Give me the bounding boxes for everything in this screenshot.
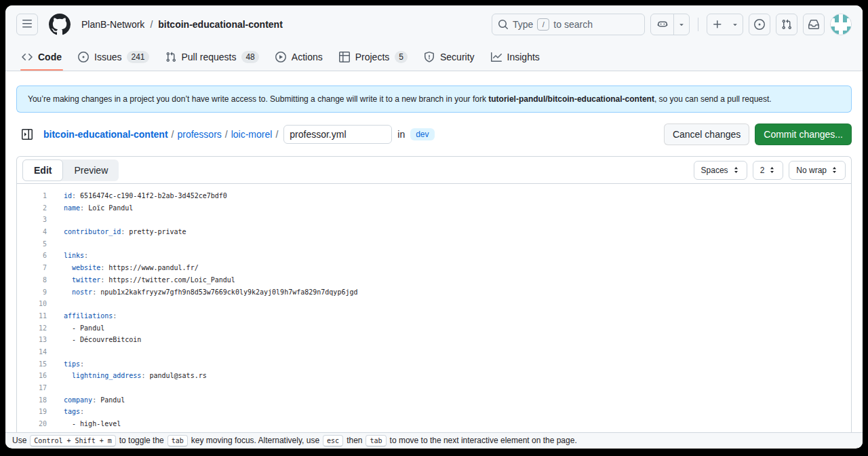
github-page: PlanB-Network / bitcoin-educational-cont… bbox=[5, 5, 863, 449]
indent-mode-value: Spaces bbox=[701, 166, 728, 175]
breadcrumb-loic-morel-link[interactable]: loic-morel bbox=[231, 129, 273, 140]
code-icon bbox=[22, 52, 33, 62]
fork-name: tutoriel-pandul/bitcoin-educational-cont… bbox=[488, 94, 654, 104]
code-line[interactable]: 2name: Loïc Pandul bbox=[17, 202, 851, 214]
file-header-row: bitcoin-educational-content / professors… bbox=[16, 124, 852, 145]
issue-opened-icon bbox=[78, 52, 89, 62]
copilot-icon bbox=[657, 19, 668, 30]
status-text: to toggle the bbox=[119, 436, 164, 445]
code-line[interactable]: 14 bbox=[17, 346, 851, 358]
avatar[interactable] bbox=[830, 14, 852, 35]
accessibility-statusbar: Use Control + Shift + m to toggle the ta… bbox=[5, 432, 863, 448]
inbox-button[interactable] bbox=[803, 14, 825, 35]
tab-security[interactable]: Security bbox=[418, 43, 480, 71]
hamburger-menu-button[interactable] bbox=[16, 14, 38, 35]
your-issues-button[interactable] bbox=[749, 14, 770, 35]
tab-label: Projects bbox=[355, 52, 390, 62]
tab-insights[interactable]: Insights bbox=[486, 43, 545, 71]
git-pull-request-icon bbox=[165, 52, 176, 62]
banner-text-post: , so you can send a pull request. bbox=[654, 94, 772, 104]
code-line[interactable]: 15tips: bbox=[17, 358, 851, 370]
tab-actions[interactable]: Actions bbox=[270, 43, 328, 71]
code-line[interactable]: 5 bbox=[17, 238, 851, 250]
editor-toolbar: Edit Preview Spaces 2 No wrap bbox=[17, 157, 851, 184]
code-line[interactable]: 6links: bbox=[17, 250, 851, 262]
line-number: 6 bbox=[17, 250, 47, 262]
copilot-button[interactable] bbox=[651, 14, 674, 35]
sidebar-toggle-button[interactable] bbox=[16, 124, 38, 145]
create-new-dropdown-button[interactable] bbox=[728, 14, 743, 35]
line-number: 10 bbox=[17, 298, 47, 310]
code-line[interactable]: 18company: Pandul bbox=[17, 394, 851, 406]
tab-edit[interactable]: Edit bbox=[22, 159, 63, 181]
up-down-arrows-icon bbox=[831, 166, 838, 174]
code-line[interactable]: 20 - high-level bbox=[17, 418, 851, 430]
code-line[interactable]: 19tags: bbox=[17, 406, 851, 418]
repo-link[interactable]: bitcoin-educational-content bbox=[158, 19, 283, 30]
search-placeholder-pre: Type bbox=[513, 19, 533, 30]
code-line[interactable]: 17 bbox=[17, 382, 851, 394]
line-number: 18 bbox=[17, 394, 47, 406]
tab-code[interactable]: Code bbox=[16, 43, 67, 71]
breadcrumb-separator: / bbox=[225, 129, 228, 140]
code-line[interactable]: 13 - DécouvreBitcoin bbox=[17, 334, 851, 346]
file-editor: Edit Preview Spaces 2 No wrap 1id: 65164… bbox=[16, 156, 852, 436]
repo-nav-tabs: Code Issues 241 Pull requests 48 Actions… bbox=[5, 43, 863, 71]
code-line[interactable]: 10 bbox=[17, 298, 851, 310]
kbd-tab: tab bbox=[167, 435, 188, 446]
sidebar-panel-icon bbox=[22, 129, 33, 140]
indent-size-select[interactable]: 2 bbox=[753, 161, 784, 180]
code-line[interactable]: 4contributor_id: pretty-private bbox=[17, 226, 851, 238]
code-line[interactable]: 7 website: https://www.pandul.fr/ bbox=[17, 262, 851, 274]
shield-icon bbox=[424, 52, 435, 62]
wrap-mode-select[interactable]: No wrap bbox=[789, 161, 846, 180]
browser-frame: PlanB-Network / bitcoin-educational-cont… bbox=[0, 0, 868, 456]
context-breadcrumb: PlanB-Network / bitcoin-educational-cont… bbox=[81, 19, 283, 30]
tab-pull-requests[interactable]: Pull requests 48 bbox=[160, 43, 264, 71]
tab-preview[interactable]: Preview bbox=[63, 159, 119, 181]
line-number: 2 bbox=[17, 202, 47, 214]
code-line[interactable]: 16 lightning_address: pandul@sats.rs bbox=[17, 370, 851, 382]
code-line[interactable]: 3 bbox=[17, 214, 851, 226]
copilot-dropdown-button[interactable] bbox=[674, 14, 689, 35]
breadcrumb: bitcoin-educational-content / professors… bbox=[43, 129, 278, 140]
tab-label: Security bbox=[440, 52, 475, 62]
chevron-down-icon bbox=[731, 20, 739, 28]
kbd-control-shift-m: Control + Shift + m bbox=[30, 435, 115, 446]
your-pull-requests-button[interactable] bbox=[776, 14, 797, 35]
code-line[interactable]: 8 twitter: https://twitter.com/Loic_Pand… bbox=[17, 274, 851, 286]
status-text: then bbox=[347, 436, 362, 445]
banner-text-pre: You’re making changes in a project you d… bbox=[28, 94, 488, 104]
code-line[interactable]: 9 nostr: npub1x2kakfryyzw7gfh9n8d53w7669… bbox=[17, 286, 851, 299]
breadcrumb-professors-link[interactable]: professors bbox=[177, 129, 221, 140]
line-number: 8 bbox=[17, 274, 47, 286]
tab-label: Actions bbox=[292, 52, 323, 62]
tab-issues[interactable]: Issues 241 bbox=[73, 43, 155, 71]
breadcrumb-separator: / bbox=[275, 129, 278, 140]
code-line[interactable]: 11affiliations: bbox=[17, 310, 851, 322]
search-placeholder-post: to search bbox=[553, 19, 593, 30]
breadcrumb-repo-link[interactable]: bitcoin-educational-content bbox=[43, 129, 168, 140]
indent-mode-select[interactable]: Spaces bbox=[694, 161, 747, 180]
github-logo-icon[interactable] bbox=[49, 14, 71, 35]
cancel-changes-button[interactable]: Cancel changes bbox=[664, 124, 749, 145]
filename-input[interactable] bbox=[283, 125, 392, 144]
git-pull-request-icon bbox=[781, 19, 792, 30]
org-link[interactable]: PlanB-Network bbox=[81, 19, 144, 30]
issues-count-badge: 241 bbox=[127, 51, 149, 63]
indent-size-value: 2 bbox=[760, 166, 765, 175]
commit-changes-button[interactable]: Commit changes... bbox=[755, 124, 852, 145]
search-input[interactable]: Type / to search bbox=[492, 14, 645, 35]
tab-projects[interactable]: Projects 5 bbox=[334, 43, 413, 71]
search-icon bbox=[498, 19, 509, 30]
branch-badge[interactable]: dev bbox=[410, 128, 434, 140]
create-new-button[interactable] bbox=[707, 14, 728, 35]
breadcrumb-separator: / bbox=[172, 129, 174, 140]
code-line[interactable]: 1id: 6516474c-c190-41f2-b2ab-3d452ce7bdf… bbox=[17, 190, 851, 202]
in-label: in bbox=[397, 129, 405, 140]
app-header: PlanB-Network / bitcoin-educational-cont… bbox=[5, 5, 863, 43]
code-line[interactable]: 12 - Pandul bbox=[17, 322, 851, 335]
line-number: 5 bbox=[17, 238, 47, 250]
code-lines[interactable]: 1id: 6516474c-c190-41f2-b2ab-3d452ce7bdf… bbox=[17, 184, 851, 436]
line-number: 16 bbox=[17, 370, 47, 382]
